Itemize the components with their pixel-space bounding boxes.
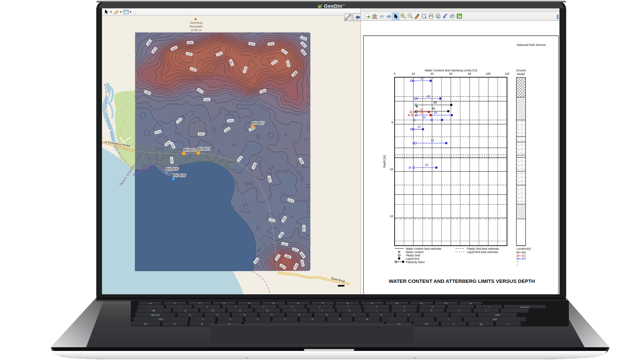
svg-text:R: R: [267, 309, 268, 312]
svg-text:0: 0: [432, 306, 433, 308]
svg-text:I: I: [376, 309, 377, 312]
svg-text:⊞: ⊞: [201, 323, 203, 325]
svg-text:esc: esc: [149, 302, 152, 304]
svg-text:M: M: [366, 318, 368, 320]
svg-text:E: E: [239, 309, 241, 312]
svg-text:backspace: backspace: [520, 306, 530, 308]
svg-text:7: 7: [347, 306, 348, 308]
svg-text:Y: Y: [321, 309, 323, 312]
svg-text:-: -: [461, 306, 461, 308]
svg-text:ctrl: ctrl: [425, 323, 428, 325]
svg-text:F1: F1: [174, 302, 176, 304]
svg-text:ctrl: ctrl: [144, 323, 147, 325]
svg-text:U: U: [348, 309, 350, 312]
svg-text:.: .: [422, 318, 422, 320]
svg-text:A: A: [189, 314, 191, 316]
svg-text:F11: F11: [420, 302, 423, 304]
svg-text:5: 5: [291, 306, 292, 308]
svg-text:caps lock: caps lock: [151, 314, 160, 316]
svg-text:\: \: [515, 309, 515, 312]
svg-text:F8: F8: [346, 302, 348, 304]
svg-text:X: X: [230, 318, 231, 320]
svg-text:D: D: [244, 314, 246, 316]
svg-text:shift: shift: [493, 318, 497, 320]
svg-text:W: W: [212, 309, 214, 312]
svg-text:8: 8: [376, 306, 377, 308]
svg-text:9: 9: [404, 306, 405, 308]
svg-text:C: C: [257, 318, 259, 320]
svg-text:B: B: [312, 318, 313, 320]
svg-text:2: 2: [207, 306, 208, 308]
svg-text:F4: F4: [248, 302, 250, 304]
svg-text:G: G: [299, 314, 300, 316]
svg-text:P: P: [431, 309, 432, 312]
svg-text:[: [: [459, 309, 459, 312]
svg-text:J: J: [354, 314, 355, 316]
svg-text:pg: pg: [480, 323, 482, 325]
svg-text:]: ]: [486, 309, 486, 312]
svg-text:F7: F7: [322, 302, 324, 304]
svg-text:F12: F12: [445, 302, 448, 304]
svg-text:L: L: [408, 314, 410, 316]
svg-text:': ': [463, 314, 464, 316]
svg-text:del: del: [470, 302, 472, 304]
svg-text:F9: F9: [371, 302, 373, 304]
svg-text:F3: F3: [223, 302, 225, 304]
svg-text:K: K: [381, 314, 382, 316]
svg-text:tab: tab: [152, 309, 155, 312]
svg-text:F: F: [271, 314, 273, 316]
svg-text:H: H: [326, 314, 328, 316]
svg-text:F2: F2: [199, 302, 201, 304]
svg-text:/: /: [449, 318, 449, 320]
svg-text:,: ,: [394, 318, 395, 320]
svg-text:Q: Q: [184, 309, 186, 312]
svg-text:Z: Z: [202, 318, 204, 320]
svg-text:F10: F10: [395, 302, 398, 304]
svg-text:6: 6: [319, 306, 320, 308]
svg-text:S: S: [217, 314, 218, 316]
svg-text:shift: shift: [159, 318, 163, 320]
svg-text:3: 3: [235, 306, 236, 308]
svg-text:;: ;: [436, 314, 436, 316]
svg-text:1: 1: [178, 306, 179, 308]
svg-text:O: O: [403, 309, 405, 312]
svg-text:T: T: [294, 309, 296, 312]
svg-text:N: N: [339, 318, 341, 320]
svg-text:fn: fn: [174, 323, 176, 325]
svg-text:F6: F6: [297, 302, 299, 304]
svg-text:V: V: [284, 318, 286, 320]
svg-text:enter: enter: [495, 314, 500, 316]
svg-text:F5: F5: [273, 302, 275, 304]
